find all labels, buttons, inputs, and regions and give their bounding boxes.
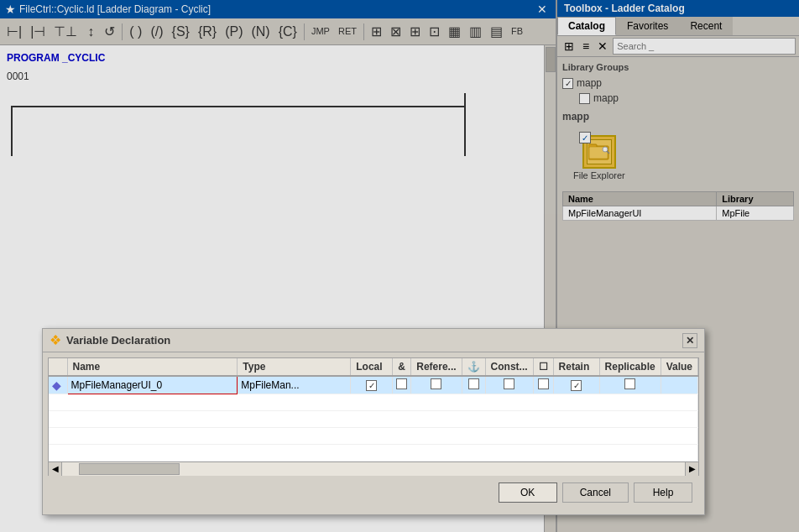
row-icon-cell: ◆ xyxy=(49,376,67,394)
var-table: Name Type Local & Refere... ⚓ Const... ☐… xyxy=(49,358,698,462)
empty-cell-3 xyxy=(49,428,698,445)
row-anchor-checkbox[interactable] xyxy=(468,378,479,389)
dialog-icon: ❖ xyxy=(50,332,61,348)
row-const-checkbox[interactable] xyxy=(504,378,514,389)
th-name: Name xyxy=(67,358,238,376)
var-table-empty-row-1 xyxy=(49,394,698,411)
var-table-container: Name Type Local & Refere... ⚓ Const... ☐… xyxy=(48,357,699,476)
var-table-empty-row-3 xyxy=(49,428,698,445)
row-retain-checkbox[interactable]: ✓ xyxy=(571,380,582,391)
dialog-title-text: Variable Declaration xyxy=(66,334,170,347)
dialog-titlebar: ❖ Variable Declaration ✕ xyxy=(43,329,704,352)
th-flag: ☐ xyxy=(533,358,553,376)
hscroll-track[interactable] xyxy=(62,462,685,476)
dialog-title-left: ❖ Variable Declaration xyxy=(50,332,170,348)
cancel-button[interactable]: Cancel xyxy=(562,482,629,503)
variable-declaration-dialog: ❖ Variable Declaration ✕ Name Type Local… xyxy=(42,328,705,515)
row-value-cell xyxy=(661,376,697,394)
empty-cell-2 xyxy=(49,411,698,428)
th-anchor: ⚓ xyxy=(462,358,485,376)
row-amp-checkbox[interactable] xyxy=(396,378,407,389)
row-name-value: MpFileManagerUI_0 xyxy=(71,379,163,391)
th-type: Type xyxy=(238,358,351,376)
var-table-empty-row-2 xyxy=(49,411,698,428)
row-retain-cell[interactable]: ✓ xyxy=(553,376,599,394)
modal-overlay: ❖ Variable Declaration ✕ Name Type Local… xyxy=(0,0,799,532)
th-amp: & xyxy=(393,358,411,376)
row-anchor-cell[interactable] xyxy=(462,376,485,394)
var-hscrollbar[interactable]: ◀ ▶ xyxy=(49,462,698,475)
ok-button[interactable]: OK xyxy=(499,482,557,503)
th-replicable: Replicable xyxy=(599,358,661,376)
empty-cell-1 xyxy=(49,394,698,411)
row-const-cell[interactable] xyxy=(485,376,533,394)
row-replicable-cell[interactable] xyxy=(599,376,661,394)
th-local: Local xyxy=(351,358,393,376)
hscroll-left-btn[interactable]: ◀ xyxy=(49,462,62,476)
row-replicable-checkbox[interactable] xyxy=(624,378,635,389)
row-reference-cell[interactable] xyxy=(411,376,462,394)
dialog-content: Name Type Local & Refere... ⚓ Const... ☐… xyxy=(43,352,704,514)
var-table-empty-row-4 xyxy=(49,445,698,462)
row-name-cell[interactable]: MpFileManagerUI_0 xyxy=(67,376,238,394)
row-local-cell[interactable]: ✓ xyxy=(351,376,393,394)
hscroll-right-btn[interactable]: ▶ xyxy=(685,462,698,476)
th-const: Const... xyxy=(485,358,533,376)
row-flag-cell[interactable] xyxy=(533,376,553,394)
th-reference: Refere... xyxy=(411,358,462,376)
row-flag-checkbox[interactable] xyxy=(538,378,549,389)
var-table-row-0[interactable]: ◆ MpFileManagerUI_0 MpFileMan... ✓ xyxy=(49,376,698,394)
empty-cell-4 xyxy=(49,445,698,462)
row-reference-checkbox[interactable] xyxy=(431,378,441,389)
hscroll-thumb[interactable] xyxy=(79,463,180,475)
th-value: Value xyxy=(661,358,697,376)
th-icon xyxy=(49,358,67,376)
th-retain: Retain xyxy=(553,358,599,376)
help-button[interactable]: Help xyxy=(634,482,692,503)
dialog-close-button[interactable]: ✕ xyxy=(682,333,697,348)
row-icon: ◆ xyxy=(52,378,61,392)
row-amp-cell[interactable] xyxy=(393,376,411,394)
row-type-cell: MpFileMan... xyxy=(238,376,351,394)
dialog-buttons: OK Cancel Help xyxy=(48,476,699,509)
var-table-header-row: Name Type Local & Refere... ⚓ Const... ☐… xyxy=(49,358,698,376)
row-local-checkbox[interactable]: ✓ xyxy=(366,380,377,391)
